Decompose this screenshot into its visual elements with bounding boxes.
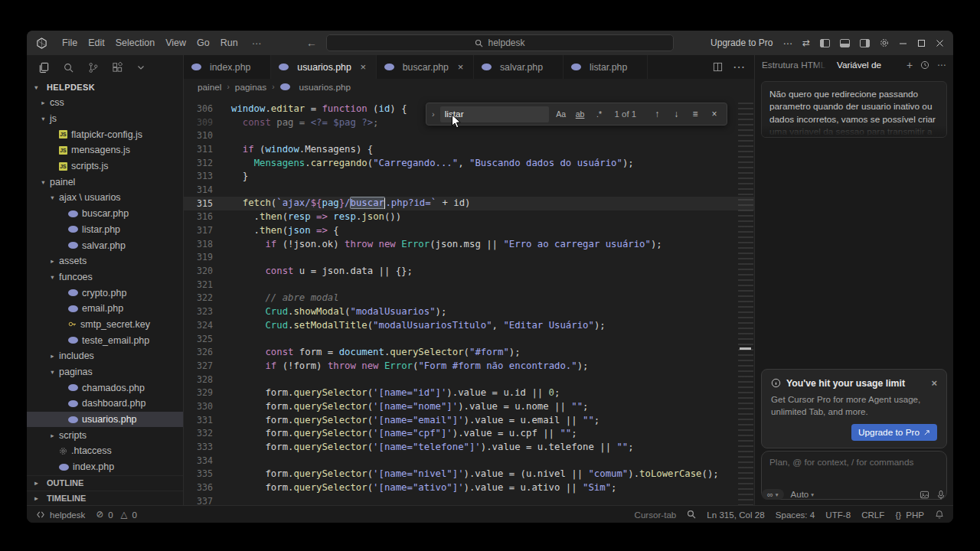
tab-overflow-icon[interactable]: ⋯ (733, 60, 745, 74)
remote-indicator[interactable]: helpdesk (36, 510, 85, 520)
code-area[interactable]: 306window.editar = function (id) {309 co… (184, 95, 754, 505)
previous-match-icon[interactable]: ↑ (650, 109, 664, 119)
breadcrumb-item-painel[interactable]: painel (198, 82, 222, 93)
explorer-item-includes[interactable]: ▸includes (27, 348, 183, 364)
explorer-item-index-php[interactable]: index.php (27, 459, 183, 475)
menu-view[interactable]: View (160, 37, 191, 48)
back-arrow-icon[interactable]: ← (306, 37, 317, 49)
explorer-item-buscar-php[interactable]: buscar.php (27, 206, 183, 222)
toggle-sidebar-icon[interactable] (820, 39, 830, 47)
timeline-section[interactable]: ▸ TIMELINE (27, 491, 183, 506)
code-line-320[interactable]: 320 const u = json.data || {}; (184, 264, 754, 278)
settings-gear-icon[interactable] (880, 38, 889, 47)
close-tab-icon[interactable]: × (456, 61, 466, 73)
search-view-icon[interactable] (63, 62, 74, 73)
find-in-selection-icon[interactable]: ≡ (688, 109, 702, 119)
minimap[interactable] (738, 103, 753, 505)
new-chat-icon[interactable]: + (906, 59, 913, 71)
close-usage-card-icon[interactable]: × (931, 377, 937, 389)
code-line-323[interactable]: 323 Crud.showModal("modalUsuarios"); (184, 305, 754, 318)
explorer-icon[interactable] (38, 62, 50, 73)
split-editor-icon[interactable] (713, 62, 723, 72)
code-line-315[interactable]: 315 fetch(`ajax/${pag}/buscar.php?id=` +… (184, 197, 754, 210)
zoom-status-icon[interactable] (687, 510, 696, 519)
explorer-item-usuarios-php[interactable]: usuarios.php (27, 412, 183, 428)
chat-more-icon[interactable]: ⋯ (937, 60, 946, 70)
code-line-333[interactable]: 333 form.querySelector('[name="telefone"… (184, 440, 754, 454)
chat-tab-previous[interactable]: Estrutura HTML da (762, 60, 828, 70)
code-line-337[interactable]: 337 (184, 494, 754, 505)
explorer-item-salvar-php[interactable]: salvar.php (27, 237, 183, 253)
code-line-328[interactable]: 328 (184, 373, 754, 386)
upgrade-to-pro-button[interactable]: Upgrade to Pro (710, 37, 773, 48)
tab-buscar-php[interactable]: buscar.php× (377, 55, 474, 79)
explorer-item-smtp-secret-key[interactable]: smtp_secret.key (27, 317, 183, 333)
explorer-item-assets[interactable]: ▸assets (27, 253, 183, 269)
breadcrumb[interactable]: painel›paginas›usuarios.php (184, 79, 754, 95)
chat-tab-current[interactable]: Variável de (837, 60, 881, 70)
chat-input[interactable] (769, 457, 939, 468)
microphone-icon[interactable] (936, 490, 946, 500)
indentation-status[interactable]: Spaces: 4 (776, 510, 815, 520)
explorer-root-header[interactable]: ▾ HELPDESK (27, 80, 183, 95)
code-line-313[interactable]: 313 } (184, 169, 754, 183)
source-control-icon[interactable] (87, 62, 99, 73)
minimap-slider[interactable] (740, 347, 751, 350)
close-window-icon[interactable] (936, 39, 944, 47)
cursor-tab-status[interactable]: Cursor-tab (635, 510, 677, 520)
explorer-item-chamados-php[interactable]: chamados.php (27, 380, 183, 396)
close-tab-icon[interactable]: × (358, 61, 368, 73)
code-line-322[interactable]: 322 // abre modal (184, 292, 754, 305)
explorer-item-painel[interactable]: ▾painel (27, 174, 183, 190)
code-line-317[interactable]: 317 .then(json => { (184, 223, 754, 237)
close-find-icon[interactable]: × (707, 109, 721, 119)
code-line-321[interactable]: 321 (184, 278, 754, 292)
tab-index-php[interactable]: index.php (184, 55, 271, 79)
views-overflow-chevron-icon[interactable] (136, 63, 145, 72)
tab-listar-php[interactable]: listar.php (564, 55, 648, 79)
explorer-item-scripts-js[interactable]: JSscripts.js (27, 158, 183, 174)
encoding-status[interactable]: UTF-8 (825, 510, 851, 520)
explorer-item-flatpickr-config-js[interactable]: JSflatpickr-config.js (27, 126, 183, 142)
menu-run[interactable]: Run (215, 37, 243, 48)
explorer-item-paginas[interactable]: ▾paginas (27, 364, 183, 380)
code-line-332[interactable]: 332 form.querySelector('[name="cpf"]').v… (184, 427, 754, 441)
explorer-item-teste-email-php[interactable]: teste_email.php (27, 332, 183, 348)
explorer-item-js[interactable]: ▾js (27, 111, 183, 127)
match-case-button[interactable]: Aa (554, 109, 568, 119)
agent-mode-selector[interactable]: ∞ ▾ (762, 489, 784, 500)
code-line-316[interactable]: 316 .then(resp => resp.json()) (184, 210, 754, 224)
next-match-icon[interactable]: ↓ (669, 109, 683, 119)
code-line-310[interactable]: 310 (184, 129, 754, 142)
explorer-item-email-php[interactable]: email.php (27, 301, 183, 317)
code-line-336[interactable]: 336 form.querySelector('[name="ativo"]')… (184, 481, 754, 494)
command-center[interactable]: helpdesk (326, 34, 674, 51)
code-line-311[interactable]: 311 if (window.Mensagens) { (184, 142, 754, 156)
whole-word-button[interactable]: ab (573, 109, 587, 119)
explorer-item-css[interactable]: ▸css (27, 95, 183, 111)
model-selector[interactable]: Auto ▾ (791, 490, 814, 499)
maximize-icon[interactable] (917, 39, 926, 47)
code-line-335[interactable]: 335 form.querySelector('[name="nivel"]')… (184, 468, 754, 481)
code-line-312[interactable]: 312 Mensagens.carregando("Carregando..."… (184, 156, 754, 170)
explorer-item-funcoes[interactable]: ▾funcoes (27, 269, 183, 285)
menu-file[interactable]: File (57, 37, 83, 48)
code-line-314[interactable]: 314 (184, 183, 754, 197)
language-status[interactable]: {} PHP (895, 510, 924, 520)
menu-overflow[interactable]: ⋯ (247, 37, 267, 49)
attach-image-icon[interactable] (920, 490, 929, 500)
chat-history-icon[interactable] (920, 60, 929, 70)
code-line-319[interactable]: 319 (184, 251, 754, 265)
sync-icon[interactable]: ⇄ (802, 37, 810, 48)
code-line-324[interactable]: 324 Crud.setModalTitle("modalUsuariosTit… (184, 318, 754, 332)
extensions-icon[interactable] (112, 62, 123, 73)
code-line-318[interactable]: 318 if (!json.ok) throw new Error(json.m… (184, 237, 754, 251)
code-line-329[interactable]: 329 form.querySelector('[name="id"]').va… (184, 386, 754, 399)
explorer-item-scripts[interactable]: ▸scripts (27, 427, 183, 443)
code-line-334[interactable]: 334 (184, 454, 754, 468)
explorer-item-crypto-php[interactable]: crypto.php (27, 285, 183, 301)
explorer-item--htaccess[interactable]: .htaccess (27, 443, 183, 459)
explorer-item-mensagens-js[interactable]: JSmensagens.js (27, 142, 183, 158)
tab-usuarios-php[interactable]: usuarios.php× (271, 55, 376, 79)
code-line-327[interactable]: 327 if (!form) throw new Error("Form #fo… (184, 359, 754, 373)
